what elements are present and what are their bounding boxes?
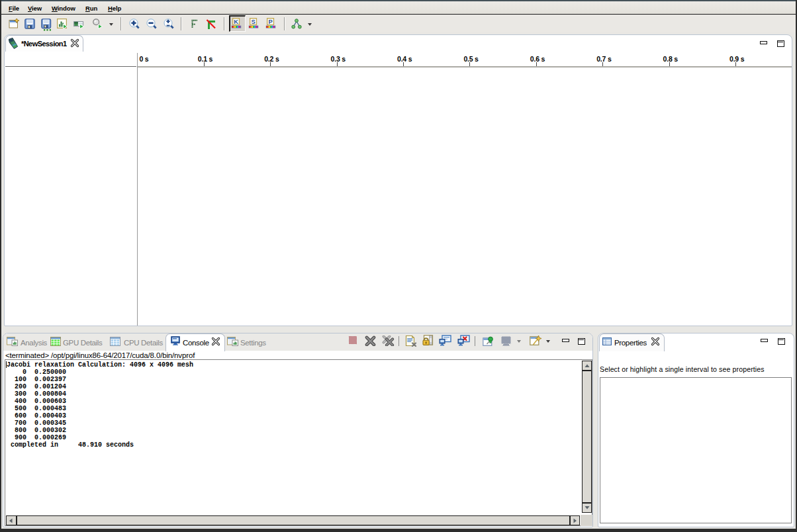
- svg-text:S: S: [251, 19, 255, 25]
- svg-text:P: P: [268, 19, 272, 25]
- svg-text:K: K: [234, 19, 238, 25]
